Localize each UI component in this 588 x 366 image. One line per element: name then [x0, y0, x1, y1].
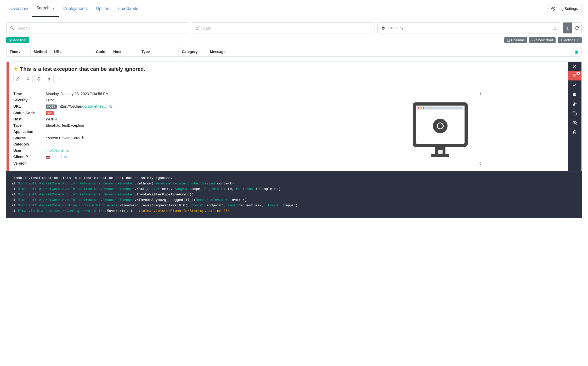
- log-settings-label: Log Settings: [557, 7, 578, 11]
- trash-icon: [573, 130, 577, 134]
- check-icon: [573, 83, 577, 87]
- show-chart-button[interactable]: Show chart: [529, 37, 556, 43]
- search-input-wrap[interactable]: [6, 22, 189, 33]
- stack-frame: at Microsoft.AspNetCore.Mvc.Infrastructu…: [12, 187, 576, 192]
- chart-data-line: [497, 91, 497, 143]
- svg-point-19: [27, 78, 29, 80]
- svg-rect-48: [574, 93, 575, 94]
- prop-time-value: Monday, January 23, 2023 7:34:56 PM: [46, 92, 401, 96]
- th-host[interactable]: Host: [110, 47, 138, 56]
- prop-url-value: POST https://foo.bar/do/something... ⧉: [46, 104, 401, 109]
- nav-search-label: Search: [36, 6, 50, 10]
- url-path-link[interactable]: /do/something...: [81, 104, 107, 108]
- add-filter-button[interactable]: Add filter: [6, 37, 29, 43]
- th-message[interactable]: Message: [207, 47, 572, 56]
- prop-category-label: Category: [13, 142, 46, 146]
- svg-rect-3: [196, 27, 199, 30]
- user-x-icon: [572, 102, 577, 106]
- prop-clientip-label: Client IP: [13, 155, 46, 159]
- search-input[interactable]: [17, 26, 185, 30]
- columns-label: Columns: [511, 38, 524, 42]
- layers-icon: [381, 26, 385, 30]
- prop-host-value: WOPR: [46, 117, 401, 121]
- delete-button[interactable]: [568, 127, 581, 137]
- list-icon: [58, 77, 61, 81]
- svg-rect-33: [426, 107, 462, 109]
- stack-frame: at Microsoft.AspNetCore.Routing.Endpoint…: [12, 203, 576, 208]
- chart-y-min: 0: [479, 162, 481, 165]
- prop-host-label: Host: [13, 117, 46, 121]
- svg-rect-11: [507, 39, 510, 41]
- resolve-button[interactable]: [568, 80, 581, 90]
- occurrence-chart: 1 0: [479, 91, 563, 166]
- clientip-link[interactable]: 1.1.1.1: [51, 155, 62, 159]
- th-code[interactable]: Code: [93, 47, 110, 56]
- th-time[interactable]: Time ♦: [7, 47, 31, 56]
- svg-point-36: [438, 123, 443, 129]
- nav-uptime[interactable]: Uptime: [92, 1, 114, 17]
- assign-button[interactable]: [568, 99, 581, 109]
- ban-icon: [37, 77, 41, 81]
- sort-icon: ▲▼: [554, 25, 556, 31]
- svg-line-20: [29, 79, 30, 80]
- svg-point-30: [418, 107, 419, 109]
- collapse-icon: ▣: [575, 50, 578, 54]
- actions-button[interactable]: Actions ▼: [558, 37, 582, 43]
- stack-frame: at Microsoft.AspNetCore.Mvc.Infrastructu…: [12, 192, 576, 197]
- copy-button[interactable]: [568, 109, 581, 118]
- collapse-all-button[interactable]: ▣: [572, 47, 581, 56]
- star-icon[interactable]: ★: [13, 66, 18, 72]
- groupby-select[interactable]: Group by ▲▼: [377, 22, 560, 33]
- prop-app-label: Application: [13, 130, 46, 134]
- layers-icon: [47, 77, 51, 81]
- nav-overview[interactable]: Overview: [6, 1, 32, 17]
- search-icon: [10, 26, 14, 30]
- caret-down-icon: ▼: [577, 39, 579, 42]
- bot-button[interactable]: [568, 90, 581, 99]
- th-type[interactable]: Type: [138, 47, 179, 56]
- list-icon: [573, 74, 577, 78]
- svg-point-1: [11, 26, 13, 29]
- hide-button[interactable]: [568, 118, 581, 127]
- th-category[interactable]: Category: [179, 47, 207, 56]
- secondary-controls: Add filter Columns Show chart Actions ▼: [0, 36, 588, 47]
- permalink-button[interactable]: [13, 75, 22, 83]
- external-link-icon[interactable]: ⧉: [109, 104, 112, 108]
- ignore-button[interactable]: [34, 75, 43, 83]
- th-method[interactable]: Method: [31, 47, 51, 56]
- prop-user-label: User: [13, 148, 46, 153]
- nav-deployments[interactable]: Deployments: [59, 1, 92, 17]
- group-button[interactable]: [45, 75, 54, 83]
- list-button[interactable]: [55, 75, 64, 83]
- svg-point-32: [423, 107, 425, 109]
- status-badge: 500: [46, 111, 54, 115]
- stack-frame: at Elmah.Io.Startup.<>c.<<Configure>b__9…: [12, 208, 576, 214]
- top-nav: Overview Search ▼ Deployments Uptime Hea…: [0, 0, 588, 17]
- prop-severity-value: Error: [46, 98, 401, 102]
- nav-heartbeats[interactable]: Heartbeats: [114, 1, 142, 17]
- properties-list: TimeMonday, January 23, 2023 7:34:56 PM …: [13, 91, 401, 166]
- prop-version-label: Version: [13, 161, 46, 165]
- th-url[interactable]: URL: [51, 47, 93, 56]
- svg-line-22: [38, 78, 40, 80]
- log-settings-button[interactable]: Log Settings: [547, 4, 582, 13]
- date-input[interactable]: [203, 26, 371, 30]
- svg-point-46: [574, 94, 574, 95]
- external-link-icon[interactable]: ⧉: [64, 155, 67, 159]
- find-similar-button[interactable]: [24, 75, 33, 83]
- refresh-button[interactable]: [572, 22, 582, 33]
- related-button[interactable]: 4: [568, 71, 581, 80]
- prop-url-label: URL: [13, 104, 46, 109]
- close-button[interactable]: [568, 62, 581, 71]
- columns-button[interactable]: Columns: [504, 37, 527, 43]
- nav-search[interactable]: Search ▼: [32, 0, 59, 17]
- prop-type-value: Elmah.Io.TestException: [46, 123, 401, 127]
- user-link[interactable]: info@elmah.io: [46, 148, 69, 153]
- columns-icon: [507, 39, 510, 42]
- detail-panel: ★ This is a test exception that can be s…: [6, 61, 582, 171]
- svg-rect-45: [573, 94, 576, 96]
- date-input-wrap[interactable]: [192, 22, 375, 33]
- refresh-icon: [575, 26, 579, 30]
- copy-icon: [573, 111, 577, 115]
- add-filter-label: Add filter: [13, 38, 26, 42]
